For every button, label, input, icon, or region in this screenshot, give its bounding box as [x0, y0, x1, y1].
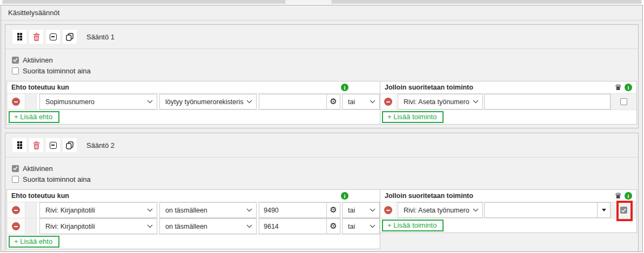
active-checkbox[interactable]: [12, 165, 19, 172]
collapse-icon: [50, 142, 57, 149]
duplicate-icon: [66, 33, 73, 41]
action-value-input[interactable]: [484, 94, 611, 110]
condition-field-select[interactable]: Sopimusnumero: [39, 94, 157, 110]
gear-icon[interactable]: ⚙: [326, 202, 340, 218]
condition-operator-select[interactable]: tai: [342, 218, 380, 234]
condition-value-input[interactable]: [259, 94, 327, 110]
add-condition-button[interactable]: + Lisää ehto: [9, 111, 59, 123]
gear-icon[interactable]: ⚙: [326, 94, 340, 110]
drag-handle-icon: [17, 141, 22, 149]
drag-handle-button[interactable]: [12, 138, 26, 152]
duplicate-rule-button[interactable]: [63, 138, 77, 152]
condition-comparison-select[interactable]: on täsmälleen: [159, 202, 257, 218]
scrollbar-thumb[interactable]: [285, 0, 332, 4]
condition-operator-select[interactable]: tai: [342, 94, 380, 110]
remove-row-icon[interactable]: [12, 98, 20, 106]
condition-value-input[interactable]: 9490: [259, 202, 327, 218]
rule-title: Sääntö 2: [86, 141, 115, 149]
info-icon: i: [625, 84, 632, 91]
chevron-down-icon: [147, 100, 153, 104]
delete-rule-button[interactable]: [29, 30, 43, 44]
add-action-button[interactable]: + Lisää toiminto: [382, 220, 444, 231]
info-icon: i: [341, 192, 348, 200]
panel-title: Käsittelysäännöt: [1, 5, 642, 20]
remove-row-icon[interactable]: [12, 222, 20, 230]
row-spacer: [25, 202, 37, 218]
chevron-down-icon: [246, 224, 252, 228]
conditions-section: Ehto toteutuu kun i Sopimusnumero löytyy…: [6, 81, 380, 125]
condition-operator-select[interactable]: tai: [342, 202, 380, 218]
actions-header-label: Jolloin suoritetaan toiminto: [385, 84, 473, 91]
action-row: Rivi: Aseta työnumero rekist: [380, 94, 636, 110]
chevron-down-icon: [246, 208, 252, 212]
gear-icon[interactable]: ⚙: [326, 218, 340, 234]
collapse-icon: [50, 33, 57, 40]
chevron-down-icon: [370, 100, 375, 104]
action-checkbox[interactable]: [620, 207, 627, 214]
chevron-down-icon: [147, 208, 153, 212]
always-run-checkbox-label: Suorita toiminnot aina: [23, 67, 91, 75]
condition-field-select[interactable]: Rivi: Kirjanpitotili: [39, 218, 157, 234]
duplicate-icon: [66, 141, 73, 149]
active-checkbox-row[interactable]: Aktiivinen: [12, 163, 632, 174]
action-checkbox-cell: [611, 202, 636, 218]
rule-options: Aktiivinen Suorita toiminnot aina: [5, 158, 638, 186]
trash-icon: [33, 33, 40, 41]
add-condition-button[interactable]: + Lisää ehto: [9, 236, 59, 248]
conditions-header-label: Ehto toteutuu kun: [11, 192, 69, 200]
dropdown-arrow-icon[interactable]: [597, 203, 610, 217]
actions-header: Jolloin suoritetaan toiminto ♛ i: [380, 190, 636, 202]
conditions-section: Ehto toteutuu kun i Rivi: Kirjanpitotili…: [6, 189, 380, 249]
condition-comparison-select[interactable]: on täsmälleen: [159, 218, 257, 234]
trash-icon: [33, 141, 40, 149]
chevron-down-icon: [473, 100, 479, 104]
action-type-select[interactable]: Rivi: Aseta työnumero: [398, 202, 483, 218]
action-value-combobox[interactable]: [484, 202, 611, 218]
conditions-header-label: Ehto toteutuu kun: [11, 84, 69, 91]
rule-header: Sääntö 1: [5, 25, 638, 49]
active-checkbox-label: Aktiivinen: [23, 165, 53, 173]
remove-row-icon[interactable]: [384, 206, 392, 214]
always-run-checkbox-row[interactable]: Suorita toiminnot aina: [12, 65, 632, 76]
crown-icon: ♛: [615, 84, 622, 92]
horizontal-scrollbar[interactable]: [2, 0, 642, 4]
duplicate-rule-button[interactable]: [63, 30, 77, 44]
rule-header: Sääntö 2: [5, 133, 638, 158]
always-run-checkbox[interactable]: [12, 67, 19, 74]
actions-section: Jolloin suoritetaan toiminto ♛ i Rivi: A…: [380, 189, 637, 233]
info-icon: i: [625, 192, 632, 200]
condition-row: Rivi: Kirjanpitotili on täsmälleen 9490 …: [7, 202, 380, 218]
always-run-checkbox[interactable]: [12, 176, 19, 183]
row-spacer: [25, 218, 37, 234]
drag-handle-icon: [17, 33, 22, 40]
actions-header-label: Jolloin suoritetaan toiminto: [385, 192, 473, 200]
chevron-down-icon: [370, 224, 375, 228]
condition-row: Sopimusnumero löytyy työnumerorekisteris…: [7, 94, 380, 110]
collapse-rule-button[interactable]: [46, 30, 60, 44]
chevron-down-icon: [246, 100, 252, 104]
action-checkbox[interactable]: [620, 98, 627, 105]
actions-section: Jolloin suoritetaan toiminto ♛ i Rivi: A…: [380, 81, 637, 125]
collapse-rule-button[interactable]: [46, 138, 60, 152]
always-run-checkbox-row[interactable]: Suorita toiminnot aina: [12, 174, 632, 184]
row-spacer: [25, 94, 37, 110]
info-icon: i: [341, 84, 348, 91]
remove-row-icon[interactable]: [384, 98, 392, 106]
condition-value-input[interactable]: 9614: [259, 218, 327, 234]
delete-rule-button[interactable]: [29, 138, 43, 152]
rule-card-2: Sääntö 2 Aktiivinen Suorita toiminnot ai…: [5, 133, 639, 251]
remove-row-icon[interactable]: [12, 206, 20, 214]
rule-title: Sääntö 1: [86, 33, 115, 41]
chevron-down-icon: [147, 224, 153, 228]
always-run-checkbox-label: Suorita toiminnot aina: [23, 175, 91, 183]
condition-row: Rivi: Kirjanpitotili on täsmälleen 9614 …: [7, 218, 380, 235]
add-action-button[interactable]: + Lisää toiminto: [382, 111, 444, 123]
active-checkbox[interactable]: [12, 57, 19, 64]
condition-field-select[interactable]: Rivi: Kirjanpitotili: [39, 202, 157, 218]
active-checkbox-row[interactable]: Aktiivinen: [12, 54, 632, 65]
action-type-select[interactable]: Rivi: Aseta työnumero rekist: [398, 94, 483, 110]
action-row: Rivi: Aseta työnumero: [380, 202, 636, 218]
drag-handle-button[interactable]: [12, 30, 26, 44]
condition-comparison-select[interactable]: löytyy työnumerorekisteristä: [159, 94, 257, 110]
rule-options: Aktiivinen Suorita toiminnot aina: [5, 49, 638, 78]
